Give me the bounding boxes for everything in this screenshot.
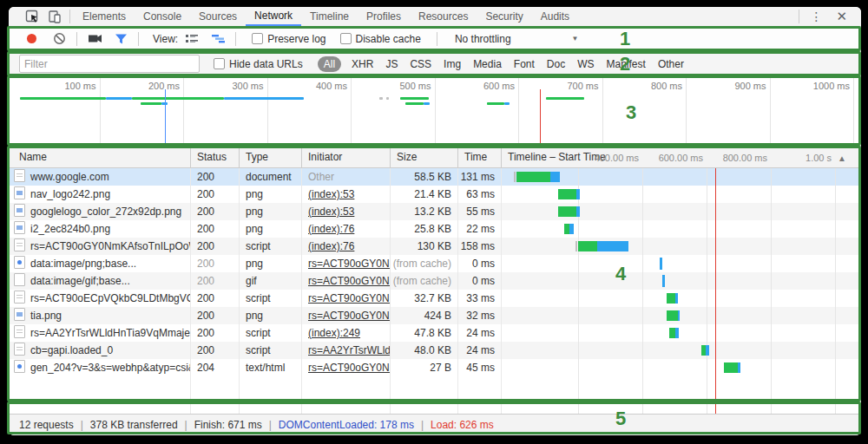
device-toolbar-icon[interactable]: [43, 8, 66, 25]
overview-bar-gray: [386, 97, 390, 100]
table-row[interactable]: googlelogo_color_272x92dp.png200png(inde…: [9, 203, 861, 220]
waterfall-cell: [502, 238, 861, 255]
filter-type-doc[interactable]: Doc: [547, 58, 565, 70]
filter-type-font[interactable]: Font: [514, 58, 535, 70]
sort-ascending-icon[interactable]: ▲: [838, 147, 846, 168]
overview-bar-blue: [224, 97, 304, 100]
filter-type-ws[interactable]: WS: [577, 58, 594, 70]
size-cell: 21.4 KB: [391, 186, 458, 203]
resource-type-icon: [14, 273, 25, 286]
table-row[interactable]: gen_204?v=3&s=webhp&atyp=csi&e...204text…: [9, 359, 861, 376]
inspect-element-icon[interactable]: [21, 8, 43, 25]
overflow-menu-icon[interactable]: ⋮: [803, 8, 829, 25]
filter-input[interactable]: [19, 55, 200, 73]
status-segment: 378 KB transferred: [90, 419, 178, 431]
initiator-link[interactable]: (index):53: [308, 206, 354, 218]
clear-button[interactable]: [49, 29, 69, 49]
table-row[interactable]: rs=ACT90oGY0NmKAfsoTnILpOoWvB...200scrip…: [9, 238, 861, 255]
tab-elements[interactable]: Elements: [74, 7, 135, 26]
filter-type-manifest[interactable]: Manifest: [607, 58, 646, 70]
overview-tick-label: 700 ms: [552, 81, 599, 91]
column-header-status[interactable]: Status: [191, 147, 240, 168]
filter-toggle-button[interactable]: [110, 29, 131, 49]
initiator-cell: (index):249: [302, 324, 391, 342]
camera-icon: [88, 33, 102, 44]
column-header-size[interactable]: Size: [391, 147, 458, 168]
status-cell: 200: [191, 342, 240, 359]
timeline-overview[interactable]: 100 ms200 ms300 ms400 ms500 ms600 ms700 …: [9, 77, 861, 147]
filter-type-js[interactable]: JS: [385, 58, 398, 70]
table-row[interactable]: rs=AA2YrTsrWLldHnTia9VqMmajeJ95...200scr…: [9, 324, 861, 342]
request-name-text: data:image/png;base...: [30, 258, 136, 270]
status-cell: 200: [191, 168, 240, 186]
tab-sources[interactable]: Sources: [190, 7, 246, 26]
initiator-link[interactable]: rs=ACT90oGY0Nm...: [308, 362, 391, 374]
preserve-log-checkbox[interactable]: Preserve log: [252, 33, 326, 45]
filter-type-all[interactable]: All: [318, 56, 341, 72]
status-segment: Finish: 671 ms: [194, 419, 262, 431]
filter-type-media[interactable]: Media: [473, 58, 502, 70]
initiator-link[interactable]: rs=ACT90oGY0Nm...: [308, 258, 391, 270]
table-row[interactable]: tia.png200pngrs=ACT90oGY0Nm...424 B32 ms: [9, 307, 861, 324]
initiator-cell: rs=ACT90oGY0Nm...: [302, 272, 391, 290]
filter-type-xhr[interactable]: XHR: [352, 58, 373, 70]
show-waterfall-button[interactable]: [207, 29, 228, 49]
table-row[interactable]: data:image/gif;base...200gifrs=ACT90oGY0…: [9, 272, 861, 290]
tab-resources[interactable]: Resources: [410, 7, 477, 26]
table-row[interactable]: rs=ACT90oECpVQkbC9LDtMbgVGuN...200script…: [9, 290, 861, 307]
initiator-link[interactable]: (index):76: [308, 223, 354, 235]
tab-console[interactable]: Console: [135, 7, 190, 26]
disable-cache-checkbox[interactable]: Disable cache: [340, 33, 421, 45]
size-cell: 32.7 KB: [391, 290, 458, 307]
initiator-link[interactable]: rs=ACT90oGY0Nm...: [308, 310, 391, 322]
column-header-type[interactable]: Type: [240, 147, 302, 168]
resource-type-icon: [14, 256, 25, 269]
size-cell: (from cache): [391, 255, 458, 272]
initiator-cell: rs=ACT90oGY0Nm...: [302, 290, 391, 307]
filter-type-img[interactable]: Img: [444, 58, 461, 70]
column-header-time[interactable]: Time: [458, 147, 502, 168]
use-large-rows-button[interactable]: [181, 29, 202, 49]
status-cell: 200: [191, 272, 240, 290]
table-row[interactable]: data:image/png;base...200pngrs=ACT90oGY0…: [9, 255, 861, 272]
initiator-link[interactable]: rs=ACT90oGY0Nm...: [308, 275, 391, 287]
tab-profiles[interactable]: Profiles: [358, 7, 410, 26]
tab-network[interactable]: Network: [246, 7, 301, 26]
table-row[interactable]: nav_logo242.png200png(index):5321.4 KB63…: [9, 186, 861, 203]
initiator-link[interactable]: (index):249: [308, 327, 360, 339]
table-row[interactable]: cb=gapi.loaded_0200scriptrs=AA2YrTsrWLld…: [9, 342, 861, 359]
initiator-link[interactable]: rs=AA2YrTsrWLldH...: [308, 344, 391, 356]
record-button[interactable]: [21, 29, 42, 49]
tab-timeline[interactable]: Timeline: [301, 7, 358, 26]
filter-type-css[interactable]: CSS: [410, 58, 431, 70]
throttling-dropdown[interactable]: No throttling ▼: [455, 33, 579, 45]
status-cell: 200: [191, 255, 240, 272]
hide-data-urls-checkbox[interactable]: Hide data URLs: [214, 58, 303, 70]
table-row[interactable]: i2_2ec824b0.png200png(index):7625.8 KB22…: [9, 220, 861, 238]
column-header-timeline[interactable]: Timeline – Start Time400.00 ms600.00 ms8…: [502, 147, 861, 168]
checkbox-icon[interactable]: [252, 33, 263, 44]
capture-screenshots-button[interactable]: [84, 29, 105, 49]
request-name-text: gen_204?v=3&s=webhp&atyp=csi&e...: [30, 362, 191, 374]
checkbox-icon[interactable]: [340, 33, 352, 44]
tab-audits[interactable]: Audits: [532, 7, 578, 26]
column-header-name[interactable]: Name: [9, 147, 191, 168]
close-icon[interactable]: ✕: [829, 8, 854, 25]
status-divider: |: [81, 419, 83, 431]
column-header-initiator[interactable]: Initiator: [302, 147, 391, 168]
size-cell: 25.8 KB: [391, 220, 458, 238]
tab-security[interactable]: Security: [477, 7, 531, 26]
initiator-link[interactable]: (index):76: [308, 240, 354, 252]
initiator-cell: rs=ACT90oGY0Nm...: [302, 255, 391, 272]
initiator-cell: (index):53: [302, 203, 391, 220]
toolbar-divider: [799, 10, 799, 23]
initiator-link[interactable]: (index):53: [308, 188, 354, 200]
checkbox-icon[interactable]: [214, 58, 225, 69]
request-name: rs=ACT90oGY0NmKAfsoTnILpOoWvB...: [9, 238, 191, 255]
table-row[interactable]: www.google.com200documentOther58.5 KB131…: [9, 168, 861, 186]
overview-bar-blue: [106, 97, 132, 100]
waterfall-bar-green: [558, 206, 576, 217]
initiator-link[interactable]: rs=ACT90oGY0Nm...: [308, 292, 391, 304]
filter-type-other[interactable]: Other: [658, 58, 684, 70]
size-cell: 58.5 KB: [391, 168, 458, 186]
